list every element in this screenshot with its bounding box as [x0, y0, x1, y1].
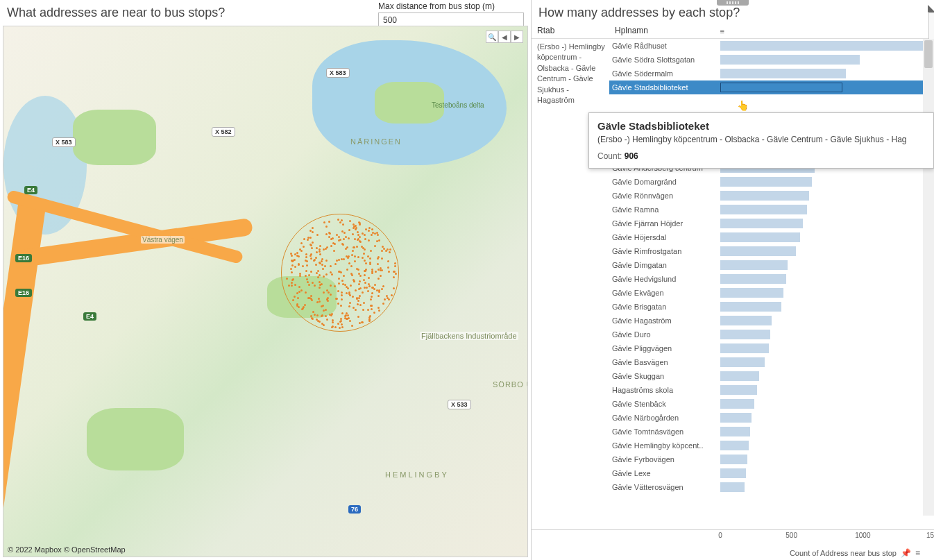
bar[interactable] — [720, 274, 786, 284]
road-shield-icon: X 583 — [52, 137, 76, 147]
bar[interactable] — [720, 316, 772, 325]
bar[interactable] — [720, 69, 846, 78]
bar-row-label: Gävle Domargränd — [609, 178, 720, 186]
bar-row[interactable]: Gävle Stadsbiblioteket — [609, 80, 934, 94]
bar-row[interactable]: Gävle Tomtnäsvägen — [609, 425, 934, 439]
bar-row[interactable]: Gävle Dimgatan — [609, 258, 934, 272]
pin-icon[interactable]: 📌 — [901, 548, 911, 558]
bar[interactable] — [720, 441, 749, 450]
bar-row-label: Gävle Södermalm — [609, 69, 720, 78]
map-park — [87, 408, 184, 470]
road-shield-icon: E4 — [24, 186, 37, 194]
axis-title: Count of Address near bus stop — [790, 549, 897, 557]
sort-icon[interactable]: ≡ — [720, 27, 724, 35]
bar-row[interactable]: Gävle Stenbäck — [609, 397, 934, 411]
bar-row-label: Gävle Lexe — [609, 469, 720, 477]
bar[interactable] — [720, 41, 923, 51]
bar-row-label: Gävle Stadsbiblioteket — [609, 83, 720, 92]
bar-row-label: Gävle Brisgatan — [609, 303, 720, 311]
bar-row-label: Gävle Närbogården — [609, 414, 720, 422]
bar-row-label: Gävle Höjersdal — [609, 233, 720, 241]
sort-toolbar-icon[interactable]: ≡ — [915, 548, 920, 558]
bar[interactable] — [720, 385, 757, 395]
bar-row-label: Gävle Rimfrostgatan — [609, 247, 720, 255]
tooltip-count: Count: 906 — [597, 151, 925, 161]
bar-row[interactable]: Gävle Rönnvägen — [609, 189, 934, 203]
bar-row[interactable]: Gävle Skuggan — [609, 369, 934, 383]
bar[interactable] — [720, 455, 747, 464]
bar[interactable] — [720, 413, 752, 423]
side-panel-tab[interactable] — [928, 12, 934, 40]
bar-row-label: Gävle Hagaström — [609, 316, 720, 325]
bar[interactable] — [720, 232, 800, 242]
bar-row[interactable]: Hagaströms skola — [609, 383, 934, 397]
road-shield-icon: X 582 — [212, 127, 235, 137]
bar-row[interactable]: Gävle Pliggvägen — [609, 341, 934, 355]
bar-row[interactable]: Gävle Ramna — [609, 203, 934, 217]
bar[interactable] — [720, 468, 746, 478]
column-header-rtab[interactable]: Rtab — [537, 26, 615, 35]
bar-row-label: Gävle Rönnvägen — [609, 192, 720, 200]
bar-row[interactable]: Gävle Fjärran Höjder — [609, 217, 934, 230]
bar[interactable] — [720, 205, 807, 214]
bar[interactable] — [720, 83, 842, 92]
axis-tick: 1000 — [855, 532, 870, 539]
bar-row[interactable]: Gävle Södermalm — [609, 67, 934, 80]
road-shield-icon: X 583 — [326, 68, 350, 78]
bar[interactable] — [720, 343, 769, 353]
bar-row[interactable]: Gävle Ekvägen — [609, 286, 934, 300]
axis-tick: 500 — [786, 532, 797, 539]
bar-row[interactable]: Gävle Rimfrostgatan — [609, 244, 934, 258]
bar[interactable] — [720, 288, 783, 298]
bar-row-label: Gävle Stenbäck — [609, 400, 720, 408]
bar-row[interactable]: Gävle Södra Slottsgatan — [609, 53, 934, 67]
bar-row-label: Gävle Tomtnäsvägen — [609, 427, 720, 436]
bar[interactable] — [720, 177, 812, 187]
bar[interactable] — [720, 482, 745, 492]
bar[interactable] — [720, 371, 759, 381]
bar-row-label: Gävle Fjärran Höjder — [609, 219, 720, 228]
bar-row[interactable]: Gävle Basvägen — [609, 355, 934, 369]
bar[interactable] — [720, 191, 809, 201]
bar-row-label: Gävle Hedvigslund — [609, 275, 720, 283]
bar-row[interactable]: Gävle Fyrbovägen — [609, 452, 934, 466]
map-prev-button[interactable]: ◀ — [498, 31, 511, 43]
road-shield-icon: E16 — [15, 289, 32, 297]
bar-row-label: Gävle Hemlingby köpcent.. — [609, 441, 720, 450]
bar[interactable] — [720, 260, 788, 270]
bar-row[interactable]: Gävle Höjersdal — [609, 230, 934, 244]
bar-row-label: Gävle Rådhuset — [609, 42, 720, 50]
bar-row[interactable]: Gävle Domargränd — [609, 175, 934, 189]
map-next-button[interactable]: ▶ — [511, 31, 523, 43]
close-icon[interactable]: ◣ — [928, 2, 934, 13]
pane-grip-handle[interactable] — [717, 0, 749, 6]
bar-row[interactable]: Gävle Lexe — [609, 466, 934, 480]
map-viewport[interactable]: NÄRINGEN Västra vägen SÖRBO URFJÄ HEMLIN… — [3, 26, 528, 557]
bar-row[interactable]: Gävle Rådhuset — [609, 39, 934, 53]
bar-row[interactable]: Gävle Hagaström — [609, 314, 934, 328]
bar[interactable] — [720, 55, 860, 65]
bar-row[interactable]: Gävle Hedvigslund — [609, 272, 934, 286]
tooltip: Gävle Stadsbiblioteket (Ersbo -) Hemling… — [588, 112, 934, 169]
bar-row[interactable]: Gävle Brisgatan — [609, 300, 934, 314]
bar-row[interactable]: Gävle Vätterosvägen — [609, 480, 934, 494]
bar[interactable] — [720, 399, 754, 409]
tooltip-count-value: 906 — [625, 151, 638, 161]
bar-row[interactable]: Gävle Duro — [609, 328, 934, 341]
map-place-label: Fjällbackens Industriområde — [420, 332, 518, 340]
bar[interactable] — [720, 427, 750, 436]
bar[interactable] — [720, 219, 803, 228]
bar[interactable] — [720, 246, 796, 256]
axis-tick: 0 — [718, 532, 722, 539]
bar[interactable] — [720, 357, 765, 367]
bar[interactable] — [720, 330, 770, 339]
map-search-button[interactable]: 🔍 — [486, 31, 498, 43]
bar-row-label: Hagaströms skola — [609, 386, 720, 394]
column-header-label: Hplnamn — [615, 26, 648, 35]
bar[interactable] — [720, 302, 781, 312]
bar-row-label: Gävle Fyrbovägen — [609, 455, 720, 464]
bar-row[interactable]: Gävle Närbogården — [609, 411, 934, 425]
column-header-hplnamn[interactable]: Hplnamn ≡ — [615, 26, 726, 35]
bar-row[interactable]: Gävle Hemlingby köpcent.. — [609, 439, 934, 452]
bar-row-label: Gävle Pliggvägen — [609, 344, 720, 353]
